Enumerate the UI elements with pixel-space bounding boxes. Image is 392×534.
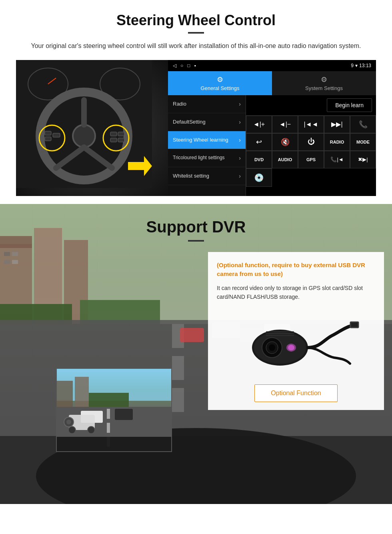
svg-rect-25 <box>12 252 18 256</box>
title-divider <box>188 32 204 34</box>
menu-radio-label: Radio <box>173 101 186 107</box>
phone-button[interactable]: 📞 <box>350 116 376 133</box>
gps-label: GPS <box>306 157 316 162</box>
disc-icon: 💿 <box>254 173 264 182</box>
dvd-button[interactable]: DVD <box>246 151 272 168</box>
chevron-right-icon: › <box>239 155 241 161</box>
svg-rect-16 <box>118 138 124 142</box>
audio-button[interactable]: AUDIO <box>272 151 298 168</box>
svg-point-67 <box>66 420 71 424</box>
dvr-camera-svg <box>232 312 360 376</box>
hangup-button[interactable]: ↩ <box>246 133 272 151</box>
svg-rect-57 <box>107 409 110 419</box>
statusbar-right-info: 9 ▾ 13:13 <box>351 63 371 68</box>
mute-button[interactable]: 🔇 <box>272 133 298 151</box>
menu-default-label: DefaultSetting <box>173 119 206 125</box>
menu-item-steering-wheel[interactable]: Steering Wheel learning › <box>168 131 246 149</box>
begin-learn-row: Begin learn <box>246 95 376 116</box>
svg-rect-15 <box>110 138 117 142</box>
back-nav-icon[interactable]: ◁ <box>173 63 176 68</box>
dvr-camera-illustration <box>217 308 375 380</box>
home-nav-icon[interactable]: ○ <box>180 63 183 68</box>
tab-system-label: System Settings <box>305 85 343 91</box>
dvr-preview-scene <box>57 369 172 452</box>
svg-point-64 <box>68 426 76 434</box>
statusbar-left-icons: ◁ ○ □ ▪ <box>173 63 196 68</box>
settings-menu: Radio › DefaultSetting › Steering Wheel … <box>168 95 246 196</box>
next-call-button[interactable]: ✖▶| <box>350 151 376 168</box>
svg-rect-13 <box>110 132 117 136</box>
svg-rect-27 <box>12 260 18 264</box>
svg-rect-10 <box>45 137 51 141</box>
steering-ui-area: ◁ ○ □ ▪ 9 ▾ 13:13 ⚙ General Settings <box>16 60 376 196</box>
audio-label: AUDIO <box>278 157 292 162</box>
prev-track-icon: |◄◄ <box>304 121 318 128</box>
chevron-right-icon: › <box>239 119 241 125</box>
android-panel: ◁ ○ □ ▪ 9 ▾ 13:13 ⚙ General Settings <box>168 60 376 196</box>
link-icon: ⚙ <box>276 75 372 84</box>
vol-up-icon: ◄|+ <box>253 121 265 128</box>
menu-item-radio[interactable]: Radio › <box>168 95 246 113</box>
recents-nav-icon[interactable]: □ <box>187 63 190 68</box>
prev-call-icon: 📞|◄ <box>330 156 343 162</box>
chevron-right-icon: › <box>239 173 241 179</box>
power-button[interactable]: ⏻ <box>298 133 324 151</box>
svg-rect-32 <box>172 356 184 380</box>
svg-rect-14 <box>118 132 124 136</box>
page-title: Steering Wheel Control <box>16 12 376 29</box>
gps-button[interactable]: GPS <box>298 151 324 168</box>
menu-whitelist-label: Whitelist setting <box>173 173 209 179</box>
prev-call-button[interactable]: 📞|◄ <box>324 151 350 168</box>
dvr-optional-note: (Optional function, require to buy exter… <box>217 261 375 279</box>
dvr-info-card: (Optional function, require to buy exter… <box>208 252 384 410</box>
dvr-body-text: It can record video only to storage in G… <box>217 284 375 302</box>
dvr-section-title: Support DVR <box>0 218 392 236</box>
svg-point-4 <box>73 125 95 147</box>
svg-rect-33 <box>172 388 184 412</box>
svg-rect-34 <box>180 328 204 342</box>
next-track-button[interactable]: ▶▶| <box>324 116 350 133</box>
menu-item-tricoloured[interactable]: Tricoloured light settings › <box>168 149 246 167</box>
mode-label: MODE <box>356 140 370 144</box>
tab-system-settings[interactable]: ⚙ System Settings <box>272 71 376 95</box>
begin-learn-button[interactable]: Begin learn <box>327 98 372 112</box>
tab-general-settings[interactable]: ⚙ General Settings <box>168 71 272 95</box>
next-call-icon: ✖▶| <box>358 156 368 162</box>
svg-point-46 <box>288 345 294 350</box>
radio-button[interactable]: RADIO <box>324 133 350 151</box>
android-statusbar: ◁ ○ □ ▪ 9 ▾ 13:13 <box>168 60 376 71</box>
radio-label: RADIO <box>330 140 344 144</box>
next-track-icon: ▶▶| <box>331 120 342 128</box>
steering-photo <box>16 60 168 196</box>
menu-item-whitelist[interactable]: Whitelist setting › <box>168 167 246 185</box>
phone-icon: 📞 <box>359 120 368 129</box>
vol-down-icon: ◄|− <box>279 121 291 128</box>
menu-steering-label: Steering Wheel learning <box>173 137 228 143</box>
record-icon[interactable]: ▪ <box>194 63 196 68</box>
dvr-preview-image <box>57 369 171 451</box>
svg-rect-60 <box>115 409 133 420</box>
optional-function-button[interactable]: Optional Function <box>254 384 337 402</box>
svg-point-44 <box>269 344 275 351</box>
power-icon: ⏻ <box>308 138 315 146</box>
svg-rect-9 <box>45 131 51 135</box>
svg-point-65 <box>88 426 95 434</box>
steering-control-panel: Begin learn ◄|+ ◄|− |◄◄ <box>246 95 376 196</box>
chevron-right-icon: › <box>239 101 241 107</box>
control-buttons-grid: ◄|+ ◄|− |◄◄ ▶▶| 📞 <box>246 116 376 187</box>
menu-tricoloured-label: Tricoloured light settings <box>173 155 225 161</box>
section-description: Your original car's steering wheel contr… <box>24 41 368 51</box>
dvr-section: Support DVR (Optional function, require … <box>0 204 392 504</box>
disc-button[interactable]: 💿 <box>246 168 272 187</box>
steering-photo-bg <box>16 60 168 196</box>
tab-general-label: General Settings <box>201 85 240 91</box>
android-content: Radio › DefaultSetting › Steering Wheel … <box>168 95 376 196</box>
menu-item-default-setting[interactable]: DefaultSetting › <box>168 113 246 131</box>
svg-rect-51 <box>351 323 358 327</box>
mode-button[interactable]: MODE <box>350 133 376 151</box>
prev-track-button[interactable]: |◄◄ <box>298 116 324 133</box>
dvr-inset-preview <box>56 368 172 452</box>
dvd-label: DVD <box>254 157 264 162</box>
vol-down-button[interactable]: ◄|− <box>272 116 298 133</box>
vol-up-button[interactable]: ◄|+ <box>246 116 272 133</box>
